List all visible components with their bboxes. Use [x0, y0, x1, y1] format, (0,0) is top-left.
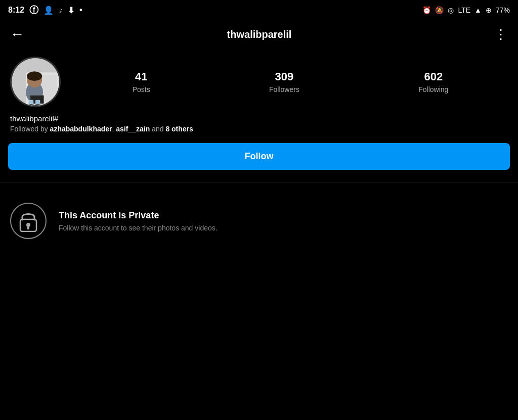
lock-icon: [18, 210, 38, 232]
bio-followed-by: Followed by azhababdulkhader, asif__zain…: [10, 125, 508, 133]
alarm-icon: ⏰: [422, 6, 431, 14]
followers-count: 309: [275, 70, 294, 83]
svg-point-11: [34, 104, 41, 107]
following-stat[interactable]: 602 Following: [418, 70, 448, 94]
tiktok-icon: ♪: [59, 6, 63, 15]
followers-label: Followers: [269, 85, 299, 94]
lock-icon-container: [10, 203, 47, 239]
dot-icon: •: [79, 6, 82, 15]
follow-button[interactable]: Follow: [8, 143, 510, 170]
posts-stat[interactable]: 41 Posts: [133, 70, 150, 94]
signal-bars-icon: ▲: [474, 6, 482, 14]
status-bar: 8:12 ⓕ 👤 ♪ ⬇ • ⏰ 🔕 ◎ LTE ▲ ⊕ 77%: [0, 0, 518, 20]
followed-by-others[interactable]: 8 others: [165, 125, 193, 133]
person-add-icon: 👤: [44, 6, 54, 15]
signal-label: LTE: [458, 6, 470, 14]
nav-bar: ← thwalibparelil ⋮: [0, 20, 518, 49]
back-button[interactable]: ←: [10, 26, 24, 42]
download-icon: ⬇: [68, 6, 74, 15]
more-options-button[interactable]: ⋮: [494, 27, 508, 42]
followers-stat[interactable]: 309 Followers: [269, 70, 299, 94]
avatar: [10, 57, 61, 107]
location-icon: ◎: [448, 6, 454, 14]
private-account-title: This Account is Private: [59, 210, 218, 221]
follow-button-container: Follow: [0, 139, 518, 178]
profile-section: 41 Posts 309 Followers 602 Following: [0, 49, 518, 111]
bio-username: thwalibparelil#: [10, 114, 508, 123]
status-left: 8:12 ⓕ 👤 ♪ ⬇ •: [8, 4, 82, 16]
following-label: Following: [418, 85, 448, 94]
svg-rect-14: [27, 226, 29, 229]
private-account-subtitle: Follow this account to see their photos …: [59, 224, 218, 232]
following-count: 602: [424, 70, 443, 83]
posts-label: Posts: [133, 85, 150, 94]
bio-section: thwalibparelil# Followed by azhababdulkh…: [0, 111, 518, 139]
battery-add-icon: ⊕: [486, 6, 492, 14]
battery-percent: 77%: [496, 6, 510, 14]
followed-by-user1[interactable]: azhababdulkhader: [50, 125, 112, 133]
followed-by-user2[interactable]: asif__zain: [116, 125, 150, 133]
svg-point-10: [28, 104, 34, 107]
private-account-section: This Account is Private Follow this acco…: [0, 186, 518, 255]
svg-point-13: [26, 223, 30, 227]
private-text: This Account is Private Follow this acco…: [59, 210, 218, 232]
profile-username-title: thwalibparelil: [227, 29, 292, 40]
section-divider: [0, 182, 518, 182]
mute-icon: 🔕: [435, 6, 444, 14]
stats-row: 41 Posts 309 Followers 602 Following: [73, 70, 508, 94]
facebook-icon: ⓕ: [29, 4, 38, 16]
posts-count: 41: [135, 70, 147, 83]
followed-by-prefix: Followed by: [10, 125, 50, 133]
status-time: 8:12: [8, 6, 24, 15]
followed-by-and: and: [150, 125, 165, 133]
status-right: ⏰ 🔕 ◎ LTE ▲ ⊕ 77%: [422, 6, 510, 14]
svg-point-5: [27, 71, 42, 81]
